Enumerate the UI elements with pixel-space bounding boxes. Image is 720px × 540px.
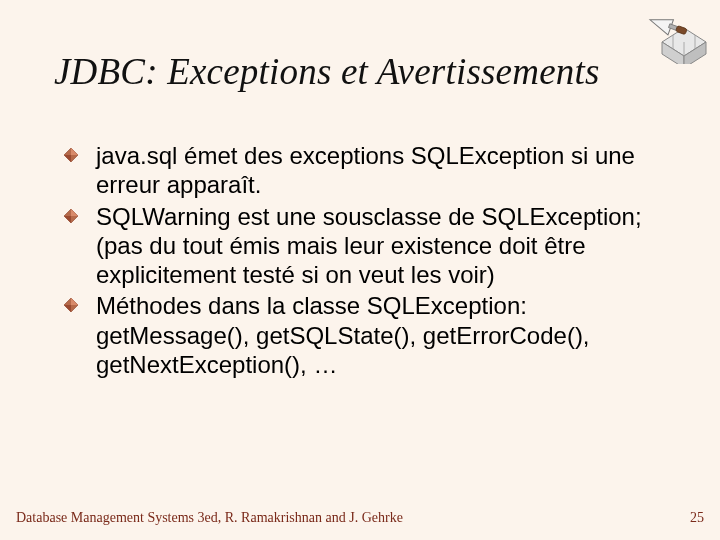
list-item: java.sql émet des exceptions SQLExceptio… [64,141,680,200]
footer-text: Database Management Systems 3ed, R. Rama… [16,510,403,526]
slide: JDBC: Exceptions et Avertissements java.… [0,0,720,540]
bullet-text: SQLWarning est une sousclasse de SQLExce… [96,203,642,289]
page-number: 25 [690,510,704,526]
diamond-bullet-icon [64,148,78,162]
list-item: Méthodes dans la classe SQLException: ge… [64,291,680,379]
svg-marker-13 [71,209,78,216]
slide-title: JDBC: Exceptions et Avertissements [54,50,680,93]
svg-marker-14 [64,216,71,223]
list-item: SQLWarning est une sousclasse de SQLExce… [64,202,680,290]
svg-marker-10 [71,148,78,155]
diamond-bullet-icon [64,209,78,223]
svg-marker-11 [64,155,71,162]
diamond-bullet-icon [64,298,78,312]
footer: Database Management Systems 3ed, R. Rama… [16,510,704,526]
bullet-text: Méthodes dans la classe SQLException: ge… [96,292,590,378]
svg-marker-6 [647,12,673,35]
bullet-text: java.sql émet des exceptions SQLExceptio… [96,142,635,198]
brick-trowel-icon [636,4,710,64]
bullet-list: java.sql émet des exceptions SQLExceptio… [54,141,680,379]
